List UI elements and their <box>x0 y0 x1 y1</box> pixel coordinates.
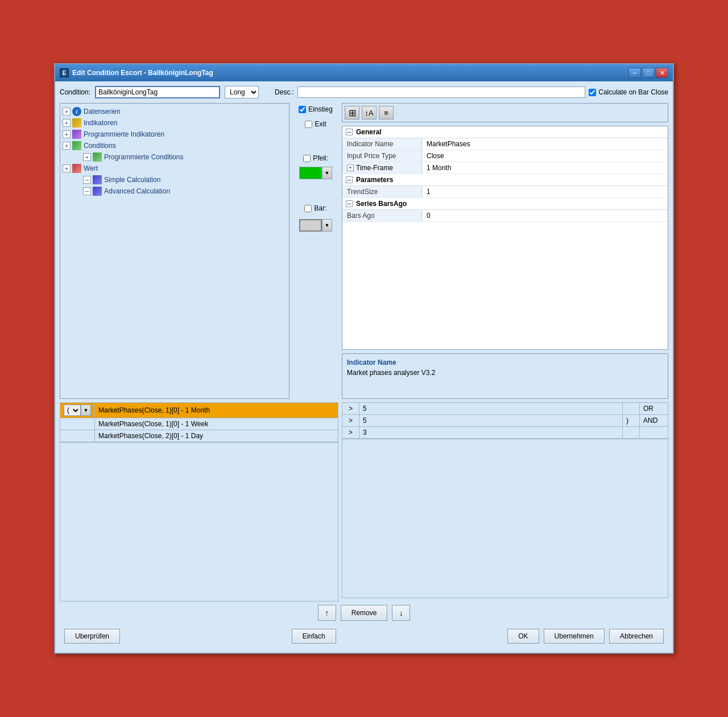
desc-input[interactable] <box>297 86 585 98</box>
paren-dropdown-1[interactable]: ▼ <box>81 405 91 416</box>
tree-expander-conditions[interactable]: + <box>63 142 71 150</box>
color-button[interactable] <box>299 167 322 179</box>
footer-right: OK Ubernehmen Abbrechen <box>507 629 664 644</box>
prop-name-barsago: Bars Ago <box>342 210 422 221</box>
type-select-wrapper: Long Short <box>225 86 259 98</box>
exit-checkbox[interactable] <box>305 121 312 128</box>
cond-val-2: 5 <box>359 415 623 427</box>
exit-label: Exit <box>315 120 326 128</box>
tree-item-prog-indikatoren[interactable]: + Programmierte Indikatoren <box>63 129 287 140</box>
series-section-header[interactable]: ─ Series BarsAgo <box>342 198 668 210</box>
title-bar: E Edit Condition Escort - BallköniginLon… <box>55 64 673 81</box>
einstieg-checkbox-label[interactable]: Einstieg <box>299 105 333 113</box>
bar-checkbox[interactable] <box>304 205 312 212</box>
calc-checkbox[interactable] <box>589 89 596 96</box>
bar-dropdown-button[interactable]: ▼ <box>322 219 332 232</box>
minimize-button[interactable]: ─ <box>628 68 641 78</box>
pfeil-checkbox[interactable] <box>303 155 311 162</box>
cond-val-3: 3 <box>359 427 623 439</box>
tree-expander-simple-calc[interactable]: ─ <box>83 176 91 184</box>
toolbar-btn-list[interactable]: ≡ <box>379 106 394 120</box>
tree-item-conditions[interactable]: + Conditions <box>63 140 287 151</box>
tree-label-indikatoren: Indikatoren <box>84 119 117 127</box>
tree-expander-prog-ind[interactable]: + <box>63 130 71 138</box>
nav-down-button[interactable]: ↓ <box>392 605 410 621</box>
cond-formula-2: MarketPhases(Close, 1)[0] - 1 Week <box>95 418 338 430</box>
parameters-collapse-btn[interactable]: ─ <box>346 176 353 183</box>
cond-row-1[interactable]: ( ▼ MarketPhases(Close, 1)[0] - 1 Month <box>60 403 338 418</box>
remove-button[interactable]: Remove <box>341 605 388 621</box>
left-panel: + i Datenserien + Indikatoren + Programm… <box>60 103 338 399</box>
tree-item-wert[interactable]: + Wert <box>63 163 287 174</box>
app-icon: E <box>60 68 69 77</box>
cond-row-3[interactable]: MarketPhases(Close, 2)[0] - 1 Day <box>60 430 338 442</box>
cond-icon <box>72 141 81 150</box>
cond-formula-1: MarketPhases(Close, 1)[0] - 1 Month <box>95 403 338 418</box>
tree-item-indikatoren[interactable]: + Indikatoren <box>63 117 287 129</box>
bar-checkbox-label[interactable]: Bar: <box>304 204 326 212</box>
nav-up-button[interactable]: ↑ <box>318 605 336 621</box>
main-window: E Edit Condition Escort - BallköniginLon… <box>54 63 674 654</box>
exit-checkbox-label[interactable]: Exit <box>305 120 326 128</box>
einfach-button[interactable]: Einfach <box>292 629 336 644</box>
ubernehmen-button[interactable]: Ubernehmen <box>544 629 605 644</box>
properties-panel: ─ General Indicator Name MarketPhases In… <box>342 126 668 350</box>
bar-style-button[interactable] <box>299 219 322 232</box>
type-select[interactable]: Long Short <box>225 86 259 98</box>
tree-expander-wert[interactable]: + <box>63 164 71 172</box>
desc-section: Desc.: Calculate on Bar Close <box>275 86 668 98</box>
tree-expander-adv-calc[interactable]: ─ <box>83 187 91 195</box>
timeframe-expand-btn[interactable]: + <box>347 164 354 171</box>
tree-item-datenserien[interactable]: + i Datenserien <box>63 106 287 117</box>
prog-ind-icon <box>72 130 81 139</box>
cond-left-wrapper: ( ▼ MarketPhases(Close, 1)[0] - 1 Month … <box>60 402 338 601</box>
cond-val-1: 5 <box>359 403 623 415</box>
cond-logic-2: AND <box>640 415 668 427</box>
prop-row-timeframe: + Time-Frame 1 Month <box>342 162 668 174</box>
color-btn-row: ▼ <box>299 167 332 179</box>
tree-item-simple-calc[interactable]: ─ Simple Calculation <box>73 174 287 186</box>
ok-button[interactable]: OK <box>507 629 539 644</box>
tree-panel: + i Datenserien + Indikatoren + Programm… <box>60 103 289 399</box>
prop-row-input-price: Input Price Type Close <box>342 150 668 162</box>
toolbar-btn-grid[interactable]: ⊞ <box>345 106 359 120</box>
toolbar-btn-sort[interactable]: ↕A <box>362 106 377 120</box>
maximize-button[interactable]: □ <box>642 68 655 78</box>
tree-expander-indikatoren[interactable]: + <box>63 119 71 127</box>
cond-paren-3 <box>60 430 95 442</box>
condition-input[interactable] <box>95 86 220 98</box>
series-collapse-btn[interactable]: ─ <box>346 200 353 207</box>
prop-name-trendsize: TrendSize <box>342 186 422 197</box>
cond-right-row-3: > 3 <box>342 427 668 439</box>
close-button[interactable]: ✕ <box>656 68 668 78</box>
calc-checkbox-label[interactable]: Calculate on Bar Close <box>589 88 668 96</box>
tree-expander-datenserien[interactable]: + <box>63 108 71 116</box>
einstieg-label: Einstieg <box>308 105 333 113</box>
tree-label-prog-conditions: Programmierte Conditions <box>104 153 183 161</box>
uberpruefen-button[interactable]: Uberprüfen <box>64 629 120 644</box>
main-area: + i Datenserien + Indikatoren + Programm… <box>60 103 668 399</box>
cond-logic-3 <box>640 427 668 439</box>
einstieg-checkbox[interactable] <box>299 106 306 113</box>
condition-label: Condition: <box>60 88 90 96</box>
pfeil-checkbox-label[interactable]: Pfeil: <box>303 154 328 162</box>
tree-item-prog-conditions[interactable]: + Programmierte Conditions <box>73 151 287 163</box>
general-collapse-btn[interactable]: ─ <box>346 129 353 135</box>
paren-select-1[interactable]: ( <box>64 405 81 416</box>
cond-rparen-2: ) <box>623 415 640 427</box>
bar-btn-row: ▼ <box>299 219 332 232</box>
cond-op-3: > <box>342 427 359 439</box>
window-title: Edit Condition Escort - BallköniginLongT… <box>72 69 213 77</box>
tree-item-advanced-calc[interactable]: ─ Advanced Calculation <box>73 186 287 197</box>
parameters-label: Parameters <box>356 176 393 184</box>
parameters-section-header[interactable]: ─ Parameters <box>342 174 668 186</box>
pfeil-label: Pfeil: <box>313 154 328 162</box>
nav-row: ↑ Remove ↓ <box>60 605 668 621</box>
tree-expander-prog-cond[interactable]: + <box>83 153 91 161</box>
abbrechen-button[interactable]: Abbrechen <box>609 629 664 644</box>
cond-row-2[interactable]: MarketPhases(Close, 1)[0] - 1 Week <box>60 418 338 430</box>
header-row: Condition: Long Short Desc.: Calculate o… <box>60 86 668 98</box>
prop-value-input-price: Close <box>422 150 668 162</box>
color-dropdown-button[interactable]: ▼ <box>322 167 332 179</box>
general-section-header[interactable]: ─ General <box>342 126 668 138</box>
